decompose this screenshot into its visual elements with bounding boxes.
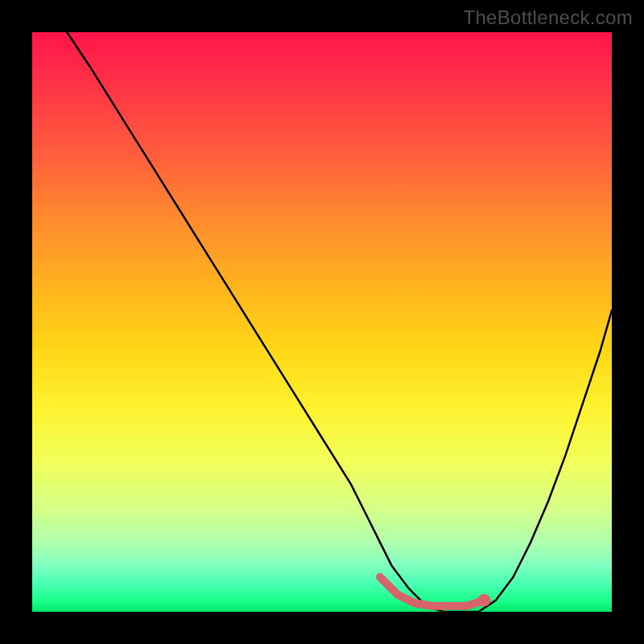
chart-svg bbox=[32, 32, 612, 612]
watermark-text: TheBottleneck.com bbox=[463, 6, 633, 29]
bottleneck-curve bbox=[67, 32, 612, 612]
plot-area bbox=[32, 32, 612, 612]
highlight-endpoint-dot bbox=[478, 594, 491, 607]
chart-frame: TheBottleneck.com bbox=[0, 0, 644, 644]
highlight-segment bbox=[380, 577, 485, 606]
